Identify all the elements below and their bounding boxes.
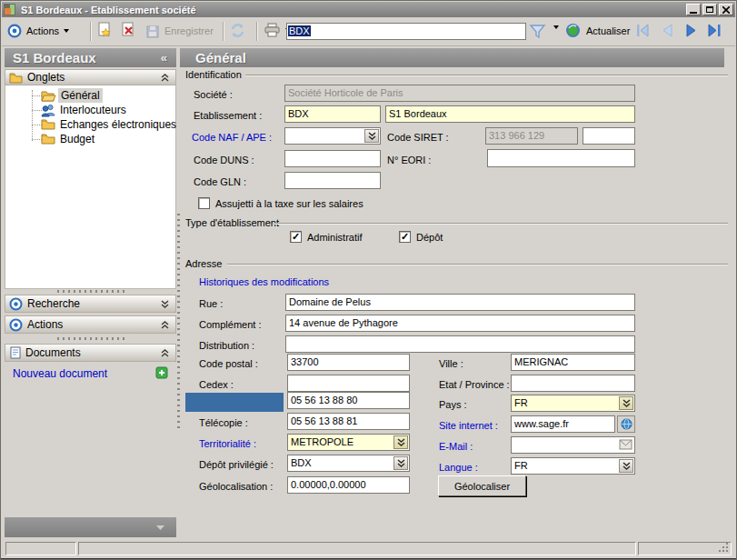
page-title: Général — [180, 48, 724, 67]
telephone-field[interactable]: 05 56 13 88 80 — [287, 392, 410, 409]
panel-documents-header[interactable]: Documents — [5, 344, 176, 362]
delete-button[interactable] — [120, 22, 137, 43]
chevron-double-down-icon[interactable] — [393, 456, 408, 470]
group-identification-label: Identification — [185, 69, 242, 80]
collapse-sidebar-icon[interactable]: « — [161, 51, 167, 65]
administratif-label: Administratif — [307, 232, 363, 243]
telecopie-field[interactable]: 05 56 13 88 81 — [287, 413, 410, 430]
refresh-button[interactable] — [229, 22, 246, 43]
email-field[interactable] — [511, 436, 635, 454]
telephone-label-highlight[interactable] — [185, 393, 284, 412]
code-naf-combo[interactable] — [284, 127, 381, 145]
nav-last-icon — [707, 24, 722, 37]
pays-label: Pays : — [439, 399, 467, 410]
distribution-field[interactable] — [285, 335, 635, 353]
etat-province-field[interactable] — [511, 375, 635, 392]
tabs-tree: Général Interlocuteurs Echanges électron… — [5, 85, 176, 289]
code-postal-field[interactable]: 33700 — [287, 354, 410, 371]
maximize-button[interactable] — [702, 4, 717, 15]
langue-combo[interactable]: FR — [511, 457, 635, 475]
close-button[interactable] — [719, 4, 733, 15]
sidebar-footer-bar[interactable] — [5, 517, 176, 537]
n-eori-field[interactable] — [487, 149, 635, 167]
nav-last-button[interactable] — [707, 24, 722, 41]
assujetti-checkbox[interactable] — [198, 197, 210, 209]
rue-field[interactable]: Domaine de Pelus — [285, 294, 635, 311]
new-document-link[interactable]: Nouveau document — [13, 367, 107, 380]
new-button[interactable] — [96, 22, 114, 43]
chevron-double-down-icon[interactable] — [364, 129, 379, 143]
new-document-icon — [96, 22, 114, 39]
complement-field[interactable]: 14 avenue de Pythagore — [285, 315, 635, 332]
nav-previous-button[interactable] — [660, 24, 675, 41]
app-icon — [4, 4, 15, 15]
etat-province-label: Etat / Province : — [439, 379, 510, 390]
historiques-link[interactable]: Historiques des modifications — [199, 276, 329, 287]
filter-dropdown-icon[interactable] — [553, 29, 559, 45]
sidebar-header: S1 Bordeaux « — [5, 48, 176, 67]
depot-checkbox[interactable]: ✓ — [399, 231, 411, 243]
splitter-handle[interactable] — [57, 337, 124, 340]
code-naf-label[interactable]: Code NAF / APE : — [192, 132, 272, 143]
code-siret-field[interactable]: 313 966 129 — [485, 127, 578, 145]
sidebar-item-echanges-electroniques[interactable]: Echanges électroniques — [60, 118, 176, 131]
chevron-double-down-icon[interactable] — [619, 459, 633, 473]
status-cell — [638, 542, 732, 555]
code-siret-suffix-field[interactable] — [583, 127, 635, 145]
geolocaliser-button[interactable]: Géolocaliser — [438, 475, 526, 496]
envelope-icon[interactable] — [619, 439, 632, 450]
open-website-button[interactable] — [617, 415, 635, 433]
resize-grip[interactable] — [726, 550, 728, 552]
save-button[interactable]: Enregistrer — [145, 21, 214, 41]
splitter-handle[interactable] — [57, 290, 124, 293]
filter-button[interactable] — [529, 23, 546, 44]
site-internet-field[interactable]: www.sage.fr — [511, 415, 615, 433]
cedex-field[interactable] — [287, 375, 410, 392]
status-bar — [2, 541, 735, 557]
save-icon — [145, 24, 161, 39]
sidebar-item-budget[interactable]: Budget — [60, 133, 95, 145]
pays-combo[interactable]: FR — [511, 395, 635, 412]
panel-onglets-header[interactable]: Onglets — [5, 69, 176, 85]
nav-first-button[interactable] — [635, 24, 651, 41]
actualiser-button[interactable]: Actualiser — [565, 23, 630, 38]
chevron-double-up-icon[interactable] — [161, 349, 169, 357]
depot-privilegie-combo[interactable]: BDX — [287, 455, 410, 472]
etablissement-code-field[interactable]: BDX — [284, 105, 381, 123]
n-eori-label: N° EORI : — [387, 155, 431, 165]
code-gln-field[interactable] — [284, 172, 381, 189]
chevron-double-down-icon[interactable] — [619, 396, 633, 410]
sidebar-item-interlocuteurs[interactable]: Interlocuteurs — [60, 104, 126, 116]
site-internet-label[interactable]: Site internet : — [439, 420, 498, 431]
open-folder-icon — [41, 89, 56, 102]
plus-icon[interactable] — [155, 366, 168, 379]
title-bar: S1 Bordeaux - Etablissement société — [2, 2, 735, 17]
geolocalisation-field[interactable]: 0.00000,0.00000 — [287, 476, 410, 494]
langue-label[interactable]: Langue : — [439, 462, 478, 473]
quick-search-input[interactable]: BDX — [286, 23, 526, 40]
chevron-double-down-icon[interactable] — [393, 435, 408, 449]
code-duns-field[interactable] — [284, 150, 381, 167]
assujetti-label: Assujetti à la taxe sur les salaires — [215, 198, 364, 209]
sidebar-item-general[interactable]: Général — [58, 88, 103, 103]
ville-field[interactable]: MERIGNAC — [511, 354, 635, 371]
chevron-double-up-icon[interactable] — [161, 74, 169, 82]
chevron-double-up-icon[interactable] — [161, 321, 169, 329]
target-icon — [7, 24, 22, 38]
minimize-button[interactable] — [686, 4, 701, 15]
territorialite-combo[interactable]: METROPOLE — [287, 434, 410, 451]
panel-actions-header[interactable]: Actions — [5, 315, 176, 334]
actions-menu-button[interactable]: Actions — [7, 21, 69, 41]
societe-field[interactable]: Société Horticole de Paris — [284, 85, 635, 102]
folder-icon — [9, 72, 23, 84]
etablissement-name-field[interactable]: S1 Bordeaux — [385, 105, 635, 123]
administratif-checkbox[interactable]: ✓ — [290, 231, 302, 243]
territorialite-label[interactable]: Territorialité : — [199, 438, 256, 449]
email-label[interactable]: E-Mail : — [439, 441, 473, 452]
societe-label: Société : — [194, 89, 233, 100]
nav-next-button[interactable] — [683, 24, 699, 41]
dropdown-arrow-icon — [64, 29, 69, 33]
globe-icon — [621, 418, 632, 430]
panel-recherche-header[interactable]: Recherche — [5, 295, 176, 313]
chevron-double-down-icon[interactable] — [161, 300, 169, 308]
